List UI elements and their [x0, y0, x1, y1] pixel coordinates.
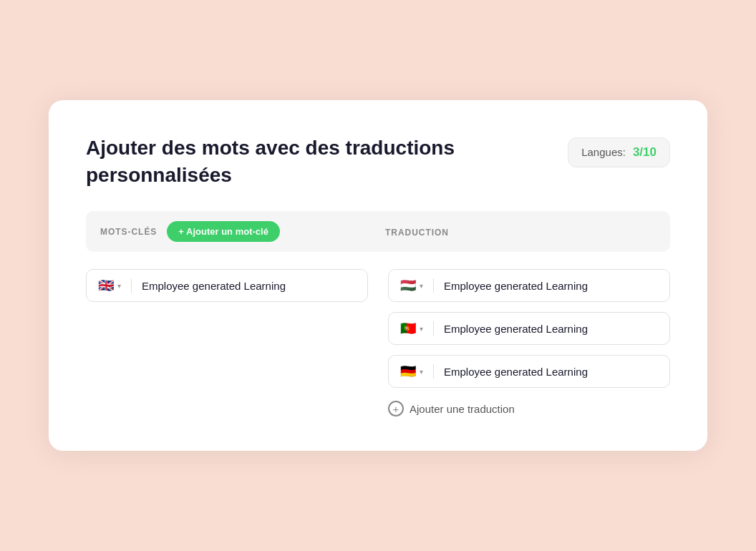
keywords-column-header: MOTS-CLÉS + Ajouter un mot-clé — [100, 221, 371, 242]
add-translation-button[interactable]: + Ajouter une traduction — [388, 401, 670, 416]
translation-input-de[interactable]: 🇩🇪 ▾ — [388, 355, 670, 388]
card-header: Ajouter des mots avec des traductions pe… — [86, 135, 670, 189]
languages-count: 3/10 — [633, 145, 656, 160]
chevron-de: ▾ — [420, 368, 423, 376]
keywords-header-label: MOTS-CLÉS — [100, 227, 157, 237]
chevron-pt: ▾ — [420, 325, 423, 333]
flag-pt: 🇵🇹 — [400, 322, 416, 335]
field-divider — [131, 278, 132, 293]
flag-de: 🇩🇪 — [400, 365, 416, 378]
content-row: 🇬🇧 ▾ 🇭🇺 ▾ 🇵🇹 ▾ — [86, 269, 670, 416]
add-keyword-button[interactable]: + Ajouter un mot-clé — [167, 221, 280, 242]
keywords-column: 🇬🇧 ▾ — [86, 269, 368, 302]
page-title: Ajouter des mots avec des traductions pe… — [86, 135, 458, 189]
plus-circle-icon: + — [388, 401, 404, 416]
main-card: Ajouter des mots avec des traductions pe… — [49, 100, 707, 452]
chevron-hu: ▾ — [420, 282, 423, 290]
table-header: MOTS-CLÉS + Ajouter un mot-clé TRADUCTIO… — [86, 211, 670, 252]
translations-column: 🇭🇺 ▾ 🇵🇹 ▾ 🇩🇪 ▾ — [388, 269, 670, 416]
translation-flag-selector-de[interactable]: 🇩🇪 ▾ — [400, 365, 423, 378]
divider-hu — [433, 278, 434, 293]
add-translation-label: Ajouter une traduction — [410, 403, 515, 415]
keyword-text-input[interactable] — [142, 280, 356, 292]
divider-pt — [433, 321, 434, 336]
keyword-flag-uk: 🇬🇧 — [98, 279, 114, 292]
keyword-flag-chevron: ▾ — [117, 282, 121, 290]
languages-label: Langues: — [581, 146, 626, 158]
translation-input-pt[interactable]: 🇵🇹 ▾ — [388, 312, 670, 345]
translation-text-de[interactable] — [444, 366, 658, 378]
translation-flag-selector-hu[interactable]: 🇭🇺 ▾ — [400, 279, 423, 292]
keyword-input-field[interactable]: 🇬🇧 ▾ — [86, 269, 368, 302]
translation-text-hu[interactable] — [444, 280, 658, 292]
keyword-flag-selector[interactable]: 🇬🇧 ▾ — [98, 279, 121, 292]
translation-column-header: TRADUCTION — [371, 225, 656, 238]
divider-de — [433, 364, 434, 379]
translation-input-hu[interactable]: 🇭🇺 ▾ — [388, 269, 670, 302]
translation-flag-selector-pt[interactable]: 🇵🇹 ▾ — [400, 322, 423, 335]
flag-hu: 🇭🇺 — [400, 279, 416, 292]
translation-header-label: TRADUCTION — [385, 228, 449, 238]
translation-text-pt[interactable] — [444, 323, 658, 335]
languages-badge: Langues: 3/10 — [568, 137, 670, 167]
